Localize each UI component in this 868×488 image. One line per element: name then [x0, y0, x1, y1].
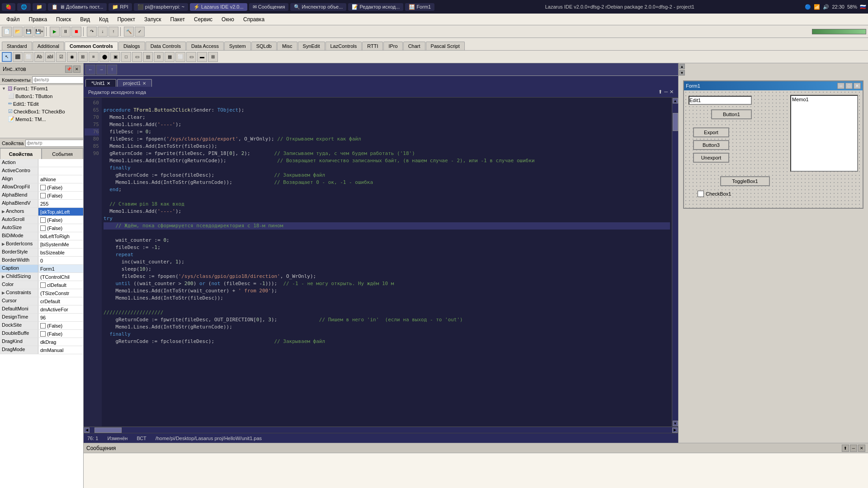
menu-file[interactable]: Файл	[2, 15, 24, 23]
prop-autosize[interactable]: AutoSize(False)	[0, 224, 83, 232]
tree-item-button1[interactable]: ⬜ Button1: TButton	[0, 92, 83, 100]
taskbar-raspberry[interactable]: 🍓	[2, 3, 15, 11]
tab-data-controls[interactable]: Data Controls	[146, 42, 186, 50]
taskbar-files[interactable]: 📁	[33, 3, 46, 11]
taskbar-post[interactable]: 📋 🖥 Добавить пост...	[48, 3, 107, 11]
editor-up-btn[interactable]: ↑	[107, 65, 117, 75]
menu-help[interactable]: Справка	[239, 15, 269, 23]
editor-expand-icon[interactable]: ⬆	[658, 89, 662, 95]
prop-alphablendv[interactable]: AlphaBlendV255	[0, 200, 83, 208]
prop-docksite[interactable]: DockSite(False)	[0, 322, 83, 330]
prop-activecontro[interactable]: ActiveContro	[0, 167, 83, 175]
tab-rtti[interactable]: RTTI	[362, 42, 383, 50]
prop-caption[interactable]: CaptionForm1	[0, 265, 83, 273]
code-content[interactable]: procedure TForm1.Button2Click(Sender: TO…	[102, 98, 672, 427]
tab-data-access[interactable]: Data Access	[186, 42, 224, 50]
checkbox-autoscroll[interactable]	[40, 217, 46, 223]
prop-allowdropfil[interactable]: AllowDropFil(False)	[0, 183, 83, 192]
taskbar-form1[interactable]: 🪟 Form1	[405, 3, 434, 11]
comp-tool-15[interactable]: ⬜	[175, 52, 185, 62]
comp-tool-7[interactable]: ≡	[89, 52, 99, 62]
step-btn[interactable]: ↷	[87, 27, 97, 37]
taskbar-lazarus[interactable]: ⚡ Lazarus IDE v2.0...	[190, 3, 247, 11]
checkbox1-box[interactable]	[698, 191, 704, 197]
prop-borderstyle[interactable]: BorderStylebsSizeable	[0, 249, 83, 257]
select-tool[interactable]: ↖	[2, 52, 12, 62]
form-edit1[interactable]	[689, 96, 752, 105]
checkbox-allowdrop[interactable]	[40, 185, 46, 190]
editor-forward-btn[interactable]: →	[96, 65, 106, 75]
form-export-btn[interactable]: Export	[693, 127, 729, 137]
tab-standard[interactable]: Standard	[2, 42, 32, 50]
prop-bordericons-name[interactable]: ▶BorderIcons	[0, 240, 38, 248]
prop-doublebuffer[interactable]: DoubleBuffe(False)	[0, 330, 83, 338]
scroll-left-btn[interactable]: ◀	[84, 427, 90, 433]
comp-tool-18[interactable]: ⊞	[208, 52, 218, 62]
form-unexport-btn[interactable]: Unexport	[693, 153, 729, 163]
scroll-h-thumb[interactable]	[94, 427, 122, 433]
form-togglebox1[interactable]: ToggleBox1	[720, 176, 770, 186]
comp-tool-10[interactable]: □	[121, 52, 131, 62]
tab-additional[interactable]: Additional	[33, 42, 64, 50]
editor-scrollbar-v[interactable]: ▲ ▼	[672, 98, 678, 427]
form-button3[interactable]: Button3	[693, 140, 729, 150]
tab-chart[interactable]: Chart	[403, 42, 425, 50]
prop-anchors-name[interactable]: ▶Anchors	[0, 208, 38, 216]
editor-tab-unit1-close[interactable]: ✕	[107, 81, 110, 86]
tree-item-memo1[interactable]: 📝 Memo1: TM...	[0, 115, 83, 123]
comp-tool-11[interactable]: ▭	[132, 52, 142, 62]
save-btn[interactable]: 💾	[24, 27, 33, 37]
step-into-btn[interactable]: ↓	[98, 27, 108, 37]
editor-minimize-icon[interactable]: ─	[664, 89, 668, 95]
editor-tab-project1[interactable]: project1 ✕	[117, 79, 152, 87]
prop-autoscroll[interactable]: AutoScroll(False)	[0, 216, 83, 224]
taskbar-terminal[interactable]: ⬛ pi@raspberrypi: ~	[134, 3, 188, 11]
comp-tool-3[interactable]: abl	[45, 52, 55, 62]
comp-tool-1[interactable]: ⬜	[24, 52, 33, 62]
menu-project[interactable]: Проект	[113, 15, 140, 23]
prop-bidimode[interactable]: BiDiModebdLeftToRigh	[0, 232, 83, 240]
comp-tool-9[interactable]: ▣	[110, 52, 120, 62]
menu-package[interactable]: Пакет	[166, 15, 189, 23]
prop-alphablend[interactable]: AlphaBlend(False)	[0, 192, 83, 200]
tab-common-controls[interactable]: Common Controls	[65, 42, 118, 50]
tab-system[interactable]: System	[224, 42, 251, 50]
tab-properties[interactable]: Свойства	[0, 148, 42, 159]
form-scroll-down[interactable]: ▼	[679, 70, 685, 75]
checkbox-docksite[interactable]	[40, 323, 46, 328]
form-button1[interactable]: Button1	[711, 109, 752, 119]
panel-close-icon[interactable]: ✕	[73, 66, 80, 73]
run-btn[interactable]: ▶	[50, 27, 60, 37]
editor-close-icon[interactable]: ✕	[670, 89, 674, 95]
form-maximize-btn[interactable]: □	[845, 83, 853, 89]
messages-minimize-icon[interactable]: ─	[850, 445, 857, 452]
menu-run[interactable]: Запуск	[140, 15, 166, 23]
comp-tool-16[interactable]: ▭	[186, 52, 196, 62]
tree-item-edit1[interactable]: ✏ Edit1: TEdit	[0, 100, 83, 108]
save-all-btn[interactable]: 💾+	[34, 27, 44, 37]
checkbox-autosize[interactable]	[40, 225, 46, 231]
comp-tool-13[interactable]: ⊟	[154, 52, 164, 62]
prop-dragkind[interactable]: DragKinddkDrag	[0, 338, 83, 346]
taskbar-inspector[interactable]: 🔍 Инспектор объе...	[290, 3, 346, 11]
prop-childsizing[interactable]: ▶ChildSizing(TControlChil	[0, 273, 83, 281]
menu-search[interactable]: Поиск	[52, 15, 75, 23]
build-btn[interactable]: 🔨	[124, 27, 134, 37]
form-scroll-up[interactable]: ▲	[679, 64, 685, 69]
tree-item-form1[interactable]: ▼ 🖼 Form1: TForm1	[0, 85, 83, 92]
prop-defaultmoni[interactable]: DefaultMonidmActiveFor	[0, 305, 83, 314]
tab-sqldb[interactable]: SQLdb	[251, 42, 277, 50]
prop-bordericons[interactable]: ▶BorderIcons[biSystemMe	[0, 240, 83, 249]
comp-tool-4[interactable]: ☑	[56, 52, 66, 62]
scroll-up-btn[interactable]: ▲	[673, 98, 678, 103]
scroll-thumb[interactable]	[673, 113, 678, 131]
components-filter-input[interactable]	[32, 76, 83, 84]
tab-misc[interactable]: Misc	[277, 42, 297, 50]
taskbar-messages[interactable]: ✉ Сообщения	[249, 3, 289, 11]
tab-pascal-script[interactable]: Pascal Script	[426, 42, 465, 50]
pause-btn[interactable]: ⏸	[61, 27, 71, 37]
prop-constraints[interactable]: ▶Constraints(TSizeConstr	[0, 289, 83, 297]
stop-btn[interactable]: ⏹	[71, 27, 81, 37]
checkbox-alphablend[interactable]	[40, 193, 46, 198]
menu-code[interactable]: Код	[94, 15, 113, 23]
